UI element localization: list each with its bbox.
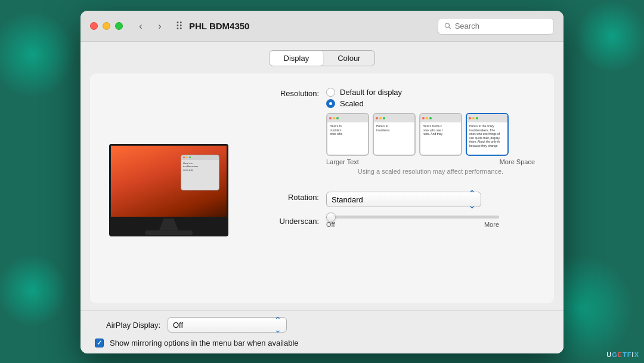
rotation-value: Standard	[332, 195, 363, 204]
thumb-1[interactable]: Here's totroublemones who	[326, 113, 369, 156]
slider-off-label: Off	[326, 221, 335, 228]
checkbox-row: Show mirroring options in the menu bar w…	[95, 339, 549, 347]
mini-window-bar	[181, 155, 219, 160]
mirroring-label: Show mirroring options in the menu bar w…	[110, 339, 299, 347]
content-area: Display Colour Here's totr	[80, 42, 564, 353]
rotation-dropdown[interactable]: Standard ⌃⌄	[326, 192, 481, 207]
thumb-1-dot-green	[336, 117, 339, 119]
settings-section: Resolution: Default for display Scaled	[259, 88, 535, 289]
forward-button[interactable]: ›	[151, 18, 168, 35]
monitor-stand	[157, 219, 181, 230]
monitor-bezel	[109, 219, 228, 236]
resolution-control: Default for display Scaled	[326, 88, 535, 183]
thumb-3-content: Here's to the cones who see trules. And …	[420, 122, 461, 138]
main-panel: Here's totroublemakersones who Resolutio…	[90, 73, 554, 303]
radio-default-label: Default for display	[340, 88, 402, 97]
underscan-label: Underscan:	[259, 216, 319, 226]
thumb-3-header	[420, 114, 461, 122]
watermark-f: F	[627, 351, 632, 358]
watermark-u: U	[606, 351, 612, 358]
thumb-1-content: Here's totroublemones who	[327, 122, 368, 138]
thumb-1-dot-red	[329, 117, 332, 119]
traffic-lights	[90, 22, 123, 30]
thumb-4[interactable]: Here's to the crazytroublemakers. Theone…	[466, 113, 509, 156]
tab-bar: Display Colour	[80, 42, 564, 73]
tab-colour[interactable]: Colour	[323, 51, 374, 66]
resolution-label: Resolution:	[259, 88, 319, 98]
watermark: UGETFIX	[606, 351, 639, 358]
thumb-4-dot-red	[469, 117, 471, 119]
mini-window-content: Here's totroublemakersones who	[181, 160, 219, 174]
monitor-image: Here's totroublemakersones who	[109, 144, 240, 233]
bottom-bar: AirPlay Display: Off ⌃⌄ Show mirroring o…	[80, 310, 564, 353]
resolution-thumbnails: Here's totroublemones who Here's totroub…	[326, 113, 535, 156]
thumb-1-header	[327, 114, 368, 122]
rotation-control: Standard ⌃⌄	[326, 192, 535, 207]
nav-buttons: ‹ ›	[132, 18, 168, 35]
macos-window: ‹ › ⠿ PHL BDM4350 Display Colour	[80, 11, 564, 353]
airplay-dropdown-arrow-icon: ⌃⌄	[274, 315, 281, 334]
thumb-4-dot-yellow	[472, 117, 475, 119]
watermark-x: X	[634, 351, 639, 358]
back-button[interactable]: ‹	[132, 18, 149, 35]
mini-window: Here's totroublemakersones who	[181, 155, 219, 190]
watermark-t: T	[623, 351, 627, 358]
watermark-g: G	[612, 351, 618, 358]
thumb-2-content: Here's totroublema	[374, 122, 414, 134]
mini-dot-green	[189, 156, 191, 158]
underscan-row: Underscan: Off More	[259, 216, 535, 228]
search-input[interactable]	[455, 21, 547, 30]
slider-more-label: More	[484, 221, 499, 228]
radio-scaled[interactable]	[326, 99, 335, 108]
more-space-label: More Space	[500, 158, 535, 165]
rotation-row: Rotation: Standard ⌃⌄	[259, 192, 535, 207]
thumb-1-dot-yellow	[333, 117, 335, 119]
svg-line-1	[449, 27, 451, 29]
resolution-labels: Larger Text More Space	[326, 158, 535, 165]
minimize-button[interactable]	[103, 22, 110, 30]
maximize-button[interactable]	[115, 22, 123, 30]
thumb-2-dot-red	[376, 117, 378, 119]
rotation-label: Rotation:	[259, 192, 319, 202]
mini-dot-red	[183, 156, 185, 158]
thumb-3-dot-red	[422, 117, 425, 119]
underscan-control: Off More	[326, 216, 535, 228]
close-button[interactable]	[90, 22, 98, 30]
airplay-row: AirPlay Display: Off ⌃⌄	[95, 317, 549, 333]
search-icon	[444, 22, 451, 30]
radio-scaled-label: Scaled	[340, 99, 364, 108]
monitor-screen: Here's totroublemakersones who	[109, 144, 228, 219]
airplay-dropdown[interactable]: Off ⌃⌄	[168, 317, 287, 333]
thumb-3[interactable]: Here's to the cones who see trules. And …	[419, 113, 462, 156]
monitor-section: Here's totroublemakersones who	[109, 88, 240, 289]
titlebar: ‹ › ⠿ PHL BDM4350	[80, 11, 564, 42]
dropdown-arrow-icon: ⌃⌄	[468, 188, 476, 211]
radio-default-row: Default for display	[326, 88, 535, 97]
thumb-2[interactable]: Here's totroublema	[373, 113, 416, 156]
resolution-note: Using a scaled resolution may affect per…	[326, 168, 535, 175]
radio-default[interactable]	[326, 88, 335, 97]
thumb-4-header	[467, 114, 507, 122]
search-bar[interactable]	[438, 18, 554, 35]
thumb-2-header	[374, 114, 414, 122]
window-title: PHL BDM4350	[189, 21, 249, 31]
thumb-3-dot-green	[429, 117, 432, 119]
thumb-3-dot-yellow	[426, 117, 428, 119]
thumb-2-dot-green	[383, 117, 385, 119]
tab-group: Display Colour	[269, 50, 376, 66]
thumb-2-dot-yellow	[379, 117, 382, 119]
radio-scaled-row: Scaled	[326, 99, 535, 108]
slider-container: Off More	[326, 216, 499, 228]
watermark-e: E	[618, 351, 623, 358]
resolution-row: Resolution: Default for display Scaled	[259, 88, 535, 183]
slider-track	[326, 216, 499, 219]
airplay-label: AirPlay Display:	[95, 321, 160, 330]
thumb-4-dot-green	[476, 117, 478, 119]
slider-thumb[interactable]	[326, 213, 336, 222]
thumb-4-content: Here's to the crazytroublemakers. Theone…	[467, 122, 507, 149]
tab-display[interactable]: Display	[270, 51, 324, 66]
mini-dot-yellow	[186, 156, 188, 158]
mirroring-checkbox[interactable]	[95, 339, 104, 347]
slider-labels: Off More	[326, 221, 499, 228]
larger-text-label: Larger Text	[326, 158, 359, 165]
